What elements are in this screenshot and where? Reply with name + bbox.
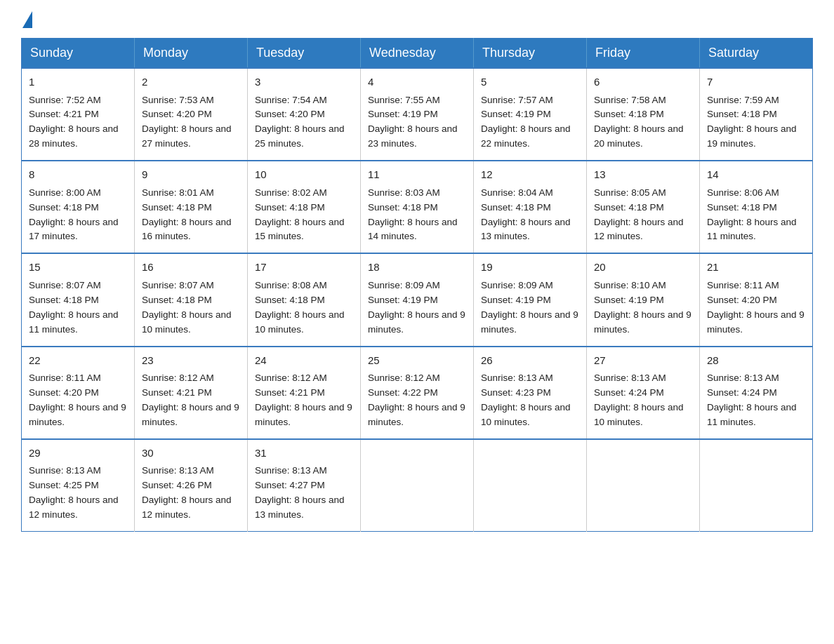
calendar-cell: 24Sunrise: 8:12 AMSunset: 4:21 PMDayligh… bbox=[248, 347, 361, 439]
calendar-cell: 31Sunrise: 8:13 AMSunset: 4:27 PMDayligh… bbox=[248, 439, 361, 532]
day-info: Sunrise: 8:11 AMSunset: 4:20 PMDaylight:… bbox=[29, 371, 127, 430]
day-number: 29 bbox=[29, 445, 127, 462]
day-info: Sunrise: 8:07 AMSunset: 4:18 PMDaylight:… bbox=[142, 279, 240, 337]
day-info: Sunrise: 7:55 AMSunset: 4:19 PMDaylight:… bbox=[368, 93, 466, 152]
day-info: Sunrise: 8:02 AMSunset: 4:18 PMDaylight:… bbox=[255, 186, 353, 245]
day-number: 3 bbox=[255, 74, 353, 90]
day-info: Sunrise: 7:59 AMSunset: 4:18 PMDaylight:… bbox=[707, 93, 805, 152]
day-info: Sunrise: 8:13 AMSunset: 4:25 PMDaylight:… bbox=[29, 464, 127, 523]
day-info: Sunrise: 7:52 AMSunset: 4:21 PMDaylight:… bbox=[29, 93, 127, 152]
weekday-header-wednesday: Wednesday bbox=[361, 39, 474, 69]
calendar-cell bbox=[474, 439, 587, 532]
day-number: 9 bbox=[142, 167, 240, 183]
day-number: 1 bbox=[29, 74, 127, 90]
calendar-cell bbox=[361, 439, 474, 532]
day-number: 25 bbox=[368, 353, 466, 369]
calendar-week-row: 15Sunrise: 8:07 AMSunset: 4:18 PMDayligh… bbox=[22, 253, 813, 346]
day-number: 12 bbox=[481, 167, 579, 183]
weekday-header-tuesday: Tuesday bbox=[248, 39, 361, 69]
day-number: 31 bbox=[255, 445, 353, 462]
calendar-cell: 1Sunrise: 7:52 AMSunset: 4:21 PMDaylight… bbox=[22, 68, 135, 161]
calendar-cell: 16Sunrise: 8:07 AMSunset: 4:18 PMDayligh… bbox=[135, 253, 248, 346]
day-info: Sunrise: 8:13 AMSunset: 4:27 PMDaylight:… bbox=[255, 464, 353, 523]
day-info: Sunrise: 8:13 AMSunset: 4:24 PMDaylight:… bbox=[594, 371, 692, 430]
logo-triangle-icon bbox=[22, 11, 32, 28]
calendar-cell: 22Sunrise: 8:11 AMSunset: 4:20 PMDayligh… bbox=[22, 347, 135, 439]
calendar-cell: 6Sunrise: 7:58 AMSunset: 4:18 PMDaylight… bbox=[587, 68, 700, 161]
calendar-cell: 26Sunrise: 8:13 AMSunset: 4:23 PMDayligh… bbox=[474, 347, 587, 439]
day-number: 23 bbox=[142, 353, 240, 369]
calendar-cell: 8Sunrise: 8:00 AMSunset: 4:18 PMDaylight… bbox=[22, 161, 135, 253]
day-number: 16 bbox=[142, 260, 240, 276]
day-number: 21 bbox=[707, 260, 805, 276]
day-info: Sunrise: 8:01 AMSunset: 4:18 PMDaylight:… bbox=[142, 186, 240, 245]
day-number: 17 bbox=[255, 260, 353, 276]
calendar-cell: 25Sunrise: 8:12 AMSunset: 4:22 PMDayligh… bbox=[361, 347, 474, 439]
calendar-week-row: 29Sunrise: 8:13 AMSunset: 4:25 PMDayligh… bbox=[22, 439, 813, 532]
calendar-cell: 29Sunrise: 8:13 AMSunset: 4:25 PMDayligh… bbox=[22, 439, 135, 532]
calendar-cell: 12Sunrise: 8:04 AMSunset: 4:18 PMDayligh… bbox=[474, 161, 587, 253]
calendar-cell: 2Sunrise: 7:53 AMSunset: 4:20 PMDaylight… bbox=[135, 68, 248, 161]
day-info: Sunrise: 8:13 AMSunset: 4:23 PMDaylight:… bbox=[481, 371, 579, 430]
day-number: 26 bbox=[481, 353, 579, 369]
calendar-cell: 3Sunrise: 7:54 AMSunset: 4:20 PMDaylight… bbox=[248, 68, 361, 161]
calendar-cell: 4Sunrise: 7:55 AMSunset: 4:19 PMDaylight… bbox=[361, 68, 474, 161]
day-info: Sunrise: 8:03 AMSunset: 4:18 PMDaylight:… bbox=[368, 186, 466, 245]
day-info: Sunrise: 8:13 AMSunset: 4:24 PMDaylight:… bbox=[707, 371, 805, 430]
day-number: 18 bbox=[368, 260, 466, 276]
calendar-cell: 13Sunrise: 8:05 AMSunset: 4:18 PMDayligh… bbox=[587, 161, 700, 253]
weekday-header-saturday: Saturday bbox=[700, 39, 813, 69]
day-info: Sunrise: 8:09 AMSunset: 4:19 PMDaylight:… bbox=[481, 279, 579, 337]
calendar-cell: 21Sunrise: 8:11 AMSunset: 4:20 PMDayligh… bbox=[700, 253, 813, 346]
day-number: 22 bbox=[29, 353, 127, 369]
day-number: 2 bbox=[142, 74, 240, 90]
weekday-header-monday: Monday bbox=[135, 39, 248, 69]
day-number: 30 bbox=[142, 445, 240, 462]
day-info: Sunrise: 8:12 AMSunset: 4:21 PMDaylight:… bbox=[255, 371, 353, 430]
calendar-cell: 23Sunrise: 8:12 AMSunset: 4:21 PMDayligh… bbox=[135, 347, 248, 439]
day-number: 4 bbox=[368, 74, 466, 90]
calendar-cell: 7Sunrise: 7:59 AMSunset: 4:18 PMDaylight… bbox=[700, 68, 813, 161]
day-number: 11 bbox=[368, 167, 466, 183]
day-info: Sunrise: 7:57 AMSunset: 4:19 PMDaylight:… bbox=[481, 93, 579, 152]
day-info: Sunrise: 7:53 AMSunset: 4:20 PMDaylight:… bbox=[142, 93, 240, 152]
calendar-table: SundayMondayTuesdayWednesdayThursdayFrid… bbox=[21, 38, 813, 532]
day-info: Sunrise: 8:08 AMSunset: 4:18 PMDaylight:… bbox=[255, 279, 353, 337]
day-info: Sunrise: 7:54 AMSunset: 4:20 PMDaylight:… bbox=[255, 93, 353, 152]
day-number: 13 bbox=[594, 167, 692, 183]
page-header bbox=[21, 14, 813, 24]
calendar-cell: 17Sunrise: 8:08 AMSunset: 4:18 PMDayligh… bbox=[248, 253, 361, 346]
day-number: 24 bbox=[255, 353, 353, 369]
weekday-header-friday: Friday bbox=[587, 39, 700, 69]
day-info: Sunrise: 8:04 AMSunset: 4:18 PMDaylight:… bbox=[481, 186, 579, 245]
day-number: 28 bbox=[707, 353, 805, 369]
day-info: Sunrise: 8:06 AMSunset: 4:18 PMDaylight:… bbox=[707, 186, 805, 245]
day-info: Sunrise: 8:09 AMSunset: 4:19 PMDaylight:… bbox=[368, 279, 466, 337]
weekday-header-sunday: Sunday bbox=[22, 39, 135, 69]
calendar-header-row: SundayMondayTuesdayWednesdayThursdayFrid… bbox=[22, 39, 813, 69]
calendar-cell: 14Sunrise: 8:06 AMSunset: 4:18 PMDayligh… bbox=[700, 161, 813, 253]
day-number: 8 bbox=[29, 167, 127, 183]
calendar-cell: 5Sunrise: 7:57 AMSunset: 4:19 PMDaylight… bbox=[474, 68, 587, 161]
day-info: Sunrise: 8:07 AMSunset: 4:18 PMDaylight:… bbox=[29, 279, 127, 337]
calendar-cell: 27Sunrise: 8:13 AMSunset: 4:24 PMDayligh… bbox=[587, 347, 700, 439]
day-info: Sunrise: 8:12 AMSunset: 4:22 PMDaylight:… bbox=[368, 371, 466, 430]
day-info: Sunrise: 7:58 AMSunset: 4:18 PMDaylight:… bbox=[594, 93, 692, 152]
logo bbox=[21, 14, 32, 24]
calendar-week-row: 1Sunrise: 7:52 AMSunset: 4:21 PMDaylight… bbox=[22, 68, 813, 161]
calendar-cell: 20Sunrise: 8:10 AMSunset: 4:19 PMDayligh… bbox=[587, 253, 700, 346]
day-info: Sunrise: 8:11 AMSunset: 4:20 PMDaylight:… bbox=[707, 279, 805, 337]
calendar-cell bbox=[587, 439, 700, 532]
calendar-cell: 11Sunrise: 8:03 AMSunset: 4:18 PMDayligh… bbox=[361, 161, 474, 253]
calendar-week-row: 22Sunrise: 8:11 AMSunset: 4:20 PMDayligh… bbox=[22, 347, 813, 439]
day-number: 5 bbox=[481, 74, 579, 90]
calendar-cell: 30Sunrise: 8:13 AMSunset: 4:26 PMDayligh… bbox=[135, 439, 248, 532]
calendar-cell: 9Sunrise: 8:01 AMSunset: 4:18 PMDaylight… bbox=[135, 161, 248, 253]
calendar-week-row: 8Sunrise: 8:00 AMSunset: 4:18 PMDaylight… bbox=[22, 161, 813, 253]
calendar-cell: 15Sunrise: 8:07 AMSunset: 4:18 PMDayligh… bbox=[22, 253, 135, 346]
calendar-cell: 19Sunrise: 8:09 AMSunset: 4:19 PMDayligh… bbox=[474, 253, 587, 346]
calendar-cell: 28Sunrise: 8:13 AMSunset: 4:24 PMDayligh… bbox=[700, 347, 813, 439]
day-info: Sunrise: 8:05 AMSunset: 4:18 PMDaylight:… bbox=[594, 186, 692, 245]
day-info: Sunrise: 8:10 AMSunset: 4:19 PMDaylight:… bbox=[594, 279, 692, 337]
day-number: 27 bbox=[594, 353, 692, 369]
